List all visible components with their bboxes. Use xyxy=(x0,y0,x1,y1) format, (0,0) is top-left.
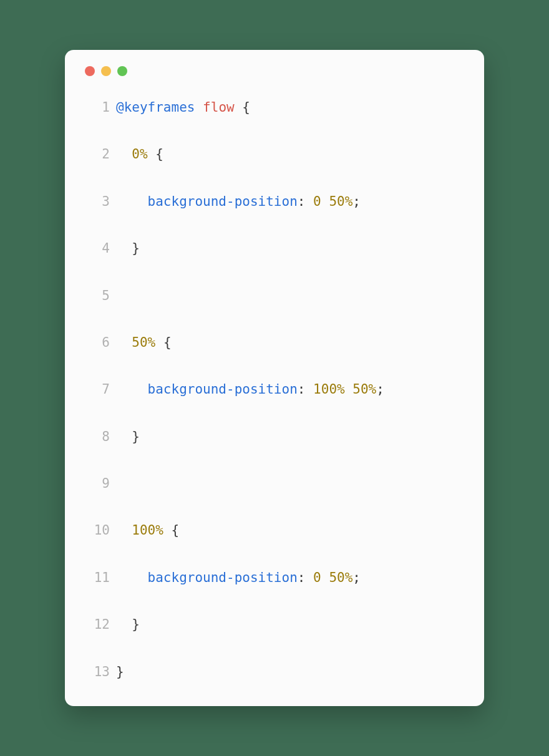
token: 0 50% xyxy=(313,570,352,585)
token xyxy=(116,335,132,350)
line-content: background-position: 0 50%; xyxy=(116,569,361,587)
line-content: background-position: 0 50%; xyxy=(116,193,361,211)
token: { xyxy=(163,523,179,538)
line-number: 6 xyxy=(84,334,110,352)
code-line: 3 background-position: 0 50%; xyxy=(84,193,465,211)
code-line: 4 } xyxy=(84,240,465,258)
close-icon[interactable] xyxy=(85,66,95,76)
token: : xyxy=(298,570,313,585)
line-number: 5 xyxy=(84,287,110,305)
token: } xyxy=(116,241,140,256)
line-number: 13 xyxy=(84,663,110,681)
token xyxy=(116,570,148,585)
maximize-icon[interactable] xyxy=(117,66,127,76)
line-number: 7 xyxy=(84,380,110,399)
token: @keyframes xyxy=(116,100,195,115)
token: 50% xyxy=(132,335,155,350)
token: 100% 50% xyxy=(313,382,376,397)
line-number: 2 xyxy=(84,145,110,163)
code-line: 2 0% { xyxy=(84,145,465,163)
line-number: 12 xyxy=(84,616,110,634)
token: background-position xyxy=(148,194,298,209)
token: } xyxy=(116,429,140,444)
token: { xyxy=(155,335,171,350)
code-line: 6 50% { xyxy=(84,334,465,352)
line-content: } xyxy=(116,663,124,681)
token: ; xyxy=(376,382,384,397)
line-number: 11 xyxy=(84,569,110,587)
token: background-position xyxy=(148,382,298,397)
token: 0 50% xyxy=(313,194,352,209)
token xyxy=(116,382,148,397)
token: 100% xyxy=(132,523,163,538)
token xyxy=(195,100,203,115)
token xyxy=(116,194,148,209)
token xyxy=(116,147,132,162)
token: } xyxy=(116,617,140,632)
code-line: 7 background-position: 100% 50%; xyxy=(84,380,465,399)
token: flow xyxy=(203,100,235,115)
code-line: 13} xyxy=(84,663,465,681)
token: } xyxy=(116,664,124,679)
code-window: 1@keyframes flow {2 0% {3 background-pos… xyxy=(65,50,484,706)
line-content: } xyxy=(116,616,140,634)
line-content: background-position: 100% 50%; xyxy=(116,380,384,399)
token: { xyxy=(148,147,163,162)
token: : xyxy=(298,194,313,209)
token: : xyxy=(298,382,313,397)
line-content: 0% { xyxy=(116,145,163,163)
line-content: } xyxy=(116,240,140,258)
code-block: 1@keyframes flow {2 0% {3 background-pos… xyxy=(84,99,465,681)
token: ; xyxy=(352,570,361,585)
token xyxy=(116,523,132,538)
code-line: 12 } xyxy=(84,616,465,634)
token: { xyxy=(235,100,250,115)
code-line: 5 xyxy=(84,287,465,305)
code-line: 11 background-position: 0 50%; xyxy=(84,569,465,587)
token: background-position xyxy=(148,570,298,585)
line-number: 1 xyxy=(84,99,110,117)
code-line: 10 100% { xyxy=(84,521,465,540)
line-content: 50% { xyxy=(116,334,172,352)
line-number: 3 xyxy=(84,193,110,211)
code-line: 8 } xyxy=(84,428,465,446)
token: ; xyxy=(352,194,361,209)
line-content: 100% { xyxy=(116,521,179,540)
line-number: 9 xyxy=(84,475,110,493)
line-number: 4 xyxy=(84,240,110,258)
code-line: 9 xyxy=(84,475,465,493)
traffic-lights xyxy=(85,66,465,76)
line-content: } xyxy=(116,428,140,446)
line-content: @keyframes flow { xyxy=(116,99,250,117)
token: 0% xyxy=(132,147,147,162)
minimize-icon[interactable] xyxy=(101,66,111,76)
line-number: 10 xyxy=(84,521,110,540)
line-number: 8 xyxy=(84,428,110,446)
code-line: 1@keyframes flow { xyxy=(84,99,465,117)
